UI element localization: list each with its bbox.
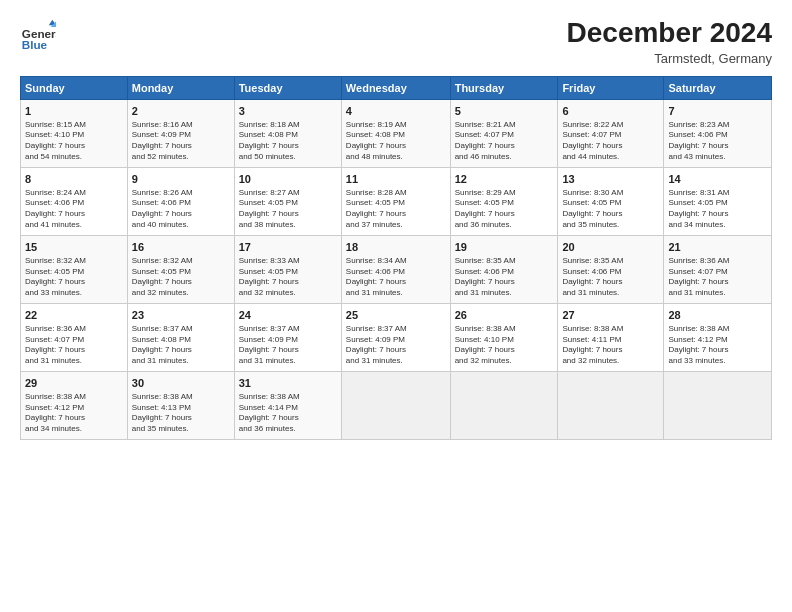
col-thursday: Thursday bbox=[450, 76, 558, 99]
cell-text: Sunset: 4:06 PM bbox=[562, 267, 659, 278]
cell-text: Sunrise: 8:19 AM bbox=[346, 120, 446, 131]
day-number: 27 bbox=[562, 308, 659, 323]
cell-text: and 36 minutes. bbox=[455, 220, 554, 231]
cell-text: Daylight: 7 hours bbox=[25, 345, 123, 356]
cell-text: Sunrise: 8:37 AM bbox=[239, 324, 337, 335]
cell-text: Sunrise: 8:24 AM bbox=[25, 188, 123, 199]
cell-text: Daylight: 7 hours bbox=[346, 277, 446, 288]
cell-text: and 31 minutes. bbox=[346, 288, 446, 299]
cell-text: Daylight: 7 hours bbox=[562, 209, 659, 220]
cell-text: Sunrise: 8:36 AM bbox=[668, 256, 767, 267]
cell-text: and 35 minutes. bbox=[562, 220, 659, 231]
day-number: 14 bbox=[668, 172, 767, 187]
day-number: 21 bbox=[668, 240, 767, 255]
calendar-table: Sunday Monday Tuesday Wednesday Thursday… bbox=[20, 76, 772, 440]
cell-text: Sunrise: 8:38 AM bbox=[455, 324, 554, 335]
cell-text: Sunset: 4:09 PM bbox=[239, 335, 337, 346]
cell-text: Daylight: 7 hours bbox=[346, 345, 446, 356]
col-sunday: Sunday bbox=[21, 76, 128, 99]
cell-text: Sunset: 4:05 PM bbox=[132, 267, 230, 278]
logo-icon: General Blue bbox=[20, 18, 56, 54]
day-number: 25 bbox=[346, 308, 446, 323]
day-number: 15 bbox=[25, 240, 123, 255]
calendar-week-2: 8Sunrise: 8:24 AMSunset: 4:06 PMDaylight… bbox=[21, 167, 772, 235]
cell-text: Sunrise: 8:15 AM bbox=[25, 120, 123, 131]
table-row: 12Sunrise: 8:29 AMSunset: 4:05 PMDayligh… bbox=[450, 167, 558, 235]
cell-text: and 48 minutes. bbox=[346, 152, 446, 163]
cell-text: Sunrise: 8:37 AM bbox=[132, 324, 230, 335]
cell-text: and 33 minutes. bbox=[25, 288, 123, 299]
cell-text: Sunrise: 8:26 AM bbox=[132, 188, 230, 199]
cell-text: Daylight: 7 hours bbox=[25, 277, 123, 288]
day-number: 1 bbox=[25, 104, 123, 119]
cell-text: Daylight: 7 hours bbox=[239, 141, 337, 152]
cell-text: and 35 minutes. bbox=[132, 424, 230, 435]
cell-text: and 52 minutes. bbox=[132, 152, 230, 163]
cell-text: Sunset: 4:12 PM bbox=[668, 335, 767, 346]
cell-text: and 34 minutes. bbox=[668, 220, 767, 231]
calendar-week-5: 29Sunrise: 8:38 AMSunset: 4:12 PMDayligh… bbox=[21, 371, 772, 439]
cell-text: Sunset: 4:08 PM bbox=[239, 130, 337, 141]
cell-text: Daylight: 7 hours bbox=[668, 141, 767, 152]
table-row bbox=[450, 371, 558, 439]
cell-text: Sunrise: 8:37 AM bbox=[346, 324, 446, 335]
cell-text: and 33 minutes. bbox=[668, 356, 767, 367]
cell-text: Sunset: 4:05 PM bbox=[239, 267, 337, 278]
table-row: 8Sunrise: 8:24 AMSunset: 4:06 PMDaylight… bbox=[21, 167, 128, 235]
cell-text: and 31 minutes. bbox=[668, 288, 767, 299]
day-number: 26 bbox=[455, 308, 554, 323]
day-number: 31 bbox=[239, 376, 337, 391]
day-number: 20 bbox=[562, 240, 659, 255]
cell-text: Daylight: 7 hours bbox=[239, 277, 337, 288]
cell-text: Daylight: 7 hours bbox=[239, 209, 337, 220]
cell-text: Sunset: 4:06 PM bbox=[132, 198, 230, 209]
cell-text: Daylight: 7 hours bbox=[132, 277, 230, 288]
cell-text: and 32 minutes. bbox=[239, 288, 337, 299]
cell-text: Sunset: 4:05 PM bbox=[346, 198, 446, 209]
cell-text: Sunrise: 8:35 AM bbox=[455, 256, 554, 267]
day-number: 2 bbox=[132, 104, 230, 119]
day-number: 3 bbox=[239, 104, 337, 119]
table-row: 25Sunrise: 8:37 AMSunset: 4:09 PMDayligh… bbox=[341, 303, 450, 371]
table-row: 18Sunrise: 8:34 AMSunset: 4:06 PMDayligh… bbox=[341, 235, 450, 303]
table-row: 19Sunrise: 8:35 AMSunset: 4:06 PMDayligh… bbox=[450, 235, 558, 303]
cell-text: Sunrise: 8:18 AM bbox=[239, 120, 337, 131]
cell-text: Sunrise: 8:31 AM bbox=[668, 188, 767, 199]
cell-text: Sunset: 4:08 PM bbox=[132, 335, 230, 346]
table-row: 24Sunrise: 8:37 AMSunset: 4:09 PMDayligh… bbox=[234, 303, 341, 371]
table-row: 26Sunrise: 8:38 AMSunset: 4:10 PMDayligh… bbox=[450, 303, 558, 371]
cell-text: and 54 minutes. bbox=[25, 152, 123, 163]
table-row: 6Sunrise: 8:22 AMSunset: 4:07 PMDaylight… bbox=[558, 99, 664, 167]
cell-text: Daylight: 7 hours bbox=[668, 209, 767, 220]
cell-text: Daylight: 7 hours bbox=[239, 345, 337, 356]
cell-text: Sunset: 4:13 PM bbox=[132, 403, 230, 414]
cell-text: Daylight: 7 hours bbox=[132, 141, 230, 152]
day-number: 16 bbox=[132, 240, 230, 255]
cell-text: and 44 minutes. bbox=[562, 152, 659, 163]
cell-text: Sunrise: 8:34 AM bbox=[346, 256, 446, 267]
day-number: 11 bbox=[346, 172, 446, 187]
day-number: 12 bbox=[455, 172, 554, 187]
cell-text: Daylight: 7 hours bbox=[25, 413, 123, 424]
cell-text: Daylight: 7 hours bbox=[25, 209, 123, 220]
cell-text: Sunset: 4:07 PM bbox=[668, 267, 767, 278]
cell-text: Daylight: 7 hours bbox=[132, 209, 230, 220]
table-row: 29Sunrise: 8:38 AMSunset: 4:12 PMDayligh… bbox=[21, 371, 128, 439]
page-header: General Blue December 2024 Tarmstedt, Ge… bbox=[20, 18, 772, 66]
cell-text: and 34 minutes. bbox=[25, 424, 123, 435]
cell-text: Sunrise: 8:38 AM bbox=[239, 392, 337, 403]
day-number: 29 bbox=[25, 376, 123, 391]
cell-text: and 31 minutes. bbox=[25, 356, 123, 367]
cell-text: and 31 minutes. bbox=[346, 356, 446, 367]
day-number: 28 bbox=[668, 308, 767, 323]
cell-text: and 32 minutes. bbox=[562, 356, 659, 367]
day-number: 10 bbox=[239, 172, 337, 187]
cell-text: Sunset: 4:09 PM bbox=[132, 130, 230, 141]
table-row: 15Sunrise: 8:32 AMSunset: 4:05 PMDayligh… bbox=[21, 235, 128, 303]
cell-text: Daylight: 7 hours bbox=[455, 209, 554, 220]
cell-text: and 31 minutes. bbox=[239, 356, 337, 367]
calendar-week-1: 1Sunrise: 8:15 AMSunset: 4:10 PMDaylight… bbox=[21, 99, 772, 167]
cell-text: Sunrise: 8:29 AM bbox=[455, 188, 554, 199]
cell-text: Daylight: 7 hours bbox=[346, 141, 446, 152]
day-number: 23 bbox=[132, 308, 230, 323]
